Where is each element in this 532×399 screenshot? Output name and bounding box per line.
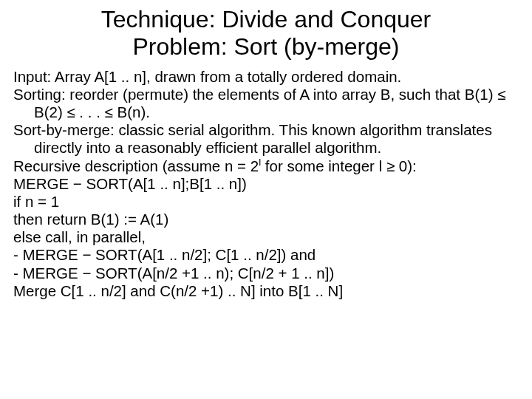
body-line-then: then return B(1) := A(1) [13,211,519,228]
body-line-input: Input: Array A[1 .. n], drawn from a tot… [13,68,519,86]
body-line-if: if n = 1 [13,193,519,211]
slide-body: Input: Array A[1 .. n], drawn from a tot… [13,68,519,300]
title-line-2: Problem: Sort (by-merge) [133,33,400,60]
body-line-call2: - MERGE − SORT(A[n/2 +1 .. n); C[n/2 + 1… [13,265,519,282]
body-line-call1: - MERGE − SORT(A[1 .. n/2]; C[1 .. n/2])… [13,246,519,264]
slide-title: Technique: Divide and Conquer Problem: S… [13,6,519,61]
body-line-recursive: Recursive description (assume n = 2l for… [13,157,519,175]
recursive-part-a: Recursive description (assume n = 2 [13,157,259,174]
body-line-mergesort-sig: MERGE − SORT(A[1 .. n];B[1 .. n]) [13,175,519,193]
recursive-part-b: for some integer l ≥ 0): [261,157,417,174]
body-line-else: else call, in parallel, [13,228,519,246]
title-line-1: Technique: Divide and Conquer [101,6,432,33]
body-line-merge: Merge C[1 .. n/2] and C(n/2 +1) .. N] in… [13,282,519,300]
body-line-sortbymerge: Sort-by-merge: classic serial algorithm.… [13,121,519,157]
body-line-sorting: Sorting: reorder (permute) the elements … [13,86,519,121]
slide: Technique: Divide and Conquer Problem: S… [0,0,532,399]
